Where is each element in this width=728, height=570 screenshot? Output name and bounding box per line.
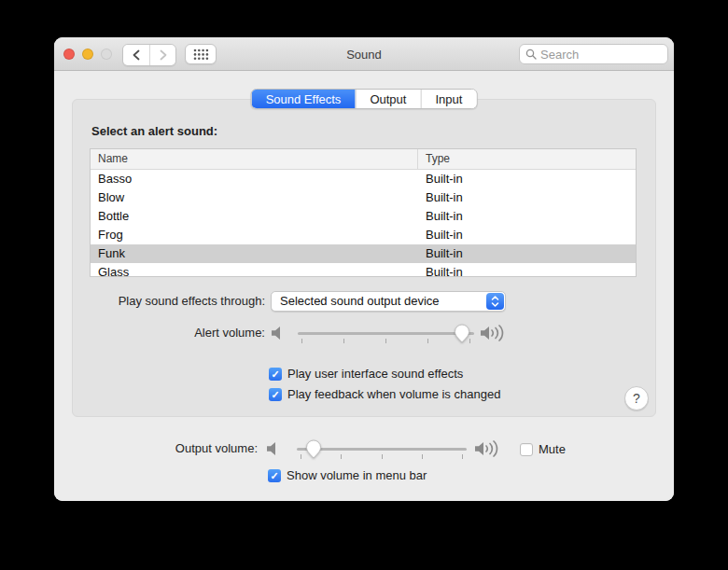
alert-volume-slider-thumb[interactable] <box>454 324 469 343</box>
navigation-buttons <box>122 44 176 66</box>
cell-type: Built-in <box>418 244 636 263</box>
tab-input[interactable]: Input <box>420 90 476 108</box>
cell-type: Built-in <box>418 263 636 277</box>
minimize-button[interactable] <box>82 49 93 60</box>
check-icon: ✓ <box>270 469 278 482</box>
sound-output-popup[interactable]: Selected sound output device <box>271 291 506 312</box>
cell-type: Built-in <box>418 226 636 244</box>
dot-grid-icon <box>193 49 209 61</box>
cell-type: Built-in <box>418 188 636 207</box>
desktop-background: Sound Search Sound Effects Output Input … <box>0 0 728 570</box>
table-row[interactable]: Basso Built-in <box>91 170 636 188</box>
output-volume-slider-thumb[interactable] <box>306 439 322 459</box>
speaker-quiet-icon <box>265 441 281 456</box>
show-volume-checkbox-row: ✓ Show volume in menu bar <box>268 468 427 482</box>
show-all-button[interactable] <box>185 44 217 64</box>
play-feedback-volume-checkbox[interactable]: ✓ <box>269 388 282 401</box>
speaker-quiet-icon <box>270 326 286 341</box>
speaker-loud-icon <box>480 323 511 343</box>
preference-pane-body: Sound Effects Output Input Select an ale… <box>54 71 674 501</box>
table-row[interactable]: Frog Built-in <box>91 226 636 244</box>
titlebar[interactable]: Sound Search <box>54 37 674 71</box>
cell-name: Frog <box>91 226 418 244</box>
chevron-right-icon <box>159 49 168 61</box>
popup-stepper <box>486 293 504 310</box>
search-icon <box>525 49 537 60</box>
tab-bar: Sound Effects Output Input <box>251 89 478 109</box>
table-header: Name Type <box>91 149 636 170</box>
question-mark-icon: ? <box>633 391 640 406</box>
alert-sound-heading: Select an alert sound: <box>91 124 217 138</box>
show-volume-label[interactable]: Show volume in menu bar <box>287 468 427 482</box>
check-icon: ✓ <box>271 368 279 381</box>
slider-ticks <box>301 454 464 459</box>
alert-volume-slider[interactable] <box>298 323 474 347</box>
table-row[interactable]: Glass Built-in <box>91 263 636 277</box>
play-ui-sound-effects-label[interactable]: Play user interface sound effects <box>287 367 463 381</box>
chevron-left-icon <box>132 49 141 61</box>
forward-button[interactable] <box>149 45 175 65</box>
column-header-type[interactable]: Type <box>418 149 636 169</box>
cell-type: Built-in <box>418 170 636 188</box>
cell-name: Funk <box>91 244 418 263</box>
play-feedback-volume-label[interactable]: Play feedback when volume is changed <box>287 387 500 401</box>
table-row-selected[interactable]: Funk Built-in <box>91 244 636 263</box>
table-row[interactable]: Bottle Built-in <box>91 207 636 226</box>
help-button[interactable]: ? <box>624 386 649 410</box>
slider-track[interactable] <box>298 332 474 335</box>
search-placeholder: Search <box>540 48 579 62</box>
slider-ticks <box>301 339 470 343</box>
sound-preferences-window: Sound Search Sound Effects Output Input … <box>54 37 674 501</box>
cell-name: Basso <box>91 170 418 188</box>
play-ui-sound-effects-checkbox[interactable]: ✓ <box>269 368 282 381</box>
sound-effects-panel: Select an alert sound: Name Type Basso B… <box>72 99 656 417</box>
tab-output[interactable]: Output <box>355 90 420 108</box>
speaker-loud-icon <box>474 438 505 459</box>
cell-type: Built-in <box>418 207 636 226</box>
up-down-chevrons-icon <box>490 295 500 308</box>
cell-name: Bottle <box>91 207 418 226</box>
output-volume-slider[interactable] <box>297 438 467 463</box>
cell-name: Glass <box>91 263 418 277</box>
column-header-name[interactable]: Name <box>91 149 418 169</box>
check-icon: ✓ <box>271 388 279 401</box>
tab-sound-effects[interactable]: Sound Effects <box>252 90 356 108</box>
checkbox-row: ✓ Play user interface sound effects <box>269 367 463 381</box>
play-sound-effects-through-label: Play sound effects through: <box>73 291 265 312</box>
alert-sound-table[interactable]: Name Type Basso Built-in Blow Built-in B… <box>90 148 637 277</box>
slider-track[interactable] <box>297 448 467 451</box>
checkbox-row: ✓ Play feedback when volume is changed <box>269 387 500 401</box>
mute-label[interactable]: Mute <box>539 442 566 456</box>
mute-checkbox-row: Mute <box>520 442 566 456</box>
show-volume-checkbox[interactable]: ✓ <box>268 469 281 482</box>
back-button[interactable] <box>123 45 149 65</box>
search-field[interactable]: Search <box>519 44 668 64</box>
table-row[interactable]: Blow Built-in <box>91 188 636 207</box>
window-controls <box>63 49 112 60</box>
popup-selected-value: Selected sound output device <box>272 292 505 311</box>
output-volume-label: Output volume: <box>54 438 258 459</box>
zoom-button[interactable] <box>101 49 112 60</box>
cell-name: Blow <box>91 188 418 207</box>
alert-volume-label: Alert volume: <box>73 323 265 343</box>
mute-checkbox[interactable] <box>520 443 533 456</box>
close-button[interactable] <box>63 49 75 60</box>
